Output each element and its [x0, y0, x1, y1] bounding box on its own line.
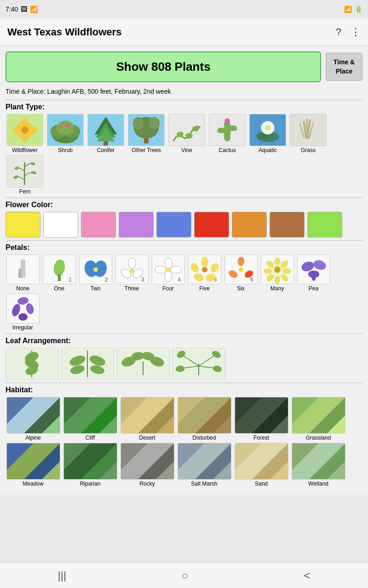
svg-point-38 [265, 125, 270, 130]
habitat-item-riparian[interactable]: Riparian [63, 443, 118, 487]
habitat-img [235, 443, 288, 480]
petal-label: Four [162, 285, 174, 292]
leaf-item-opposite[interactable] [61, 348, 114, 380]
habitat-item-saltmarsh[interactable]: Salt Marsh [177, 443, 232, 487]
color-swatch-yellow[interactable] [6, 212, 40, 237]
svg-point-73 [155, 266, 166, 273]
habitat-item-disturbed[interactable]: Disturbed [177, 397, 232, 441]
color-swatch-red[interactable] [194, 212, 229, 237]
plant-type-img [290, 114, 327, 146]
habitat-img [6, 397, 60, 434]
color-grid [6, 212, 362, 237]
habitat-item-meadow[interactable]: Meadow [6, 443, 61, 487]
status-icons: 📶 🔋 [344, 6, 362, 13]
color-swatch-purple[interactable] [119, 212, 154, 237]
petal-item-one[interactable]: 1 One [42, 254, 76, 292]
home-button[interactable]: ○ [168, 565, 202, 586]
plant-type-othertrees[interactable]: Other Trees [127, 114, 166, 153]
color-swatch-pink[interactable] [81, 212, 116, 237]
svg-rect-107 [312, 275, 316, 281]
time-place-button[interactable]: Time & Place [326, 53, 362, 81]
color-swatch-brown[interactable] [270, 212, 305, 237]
svg-point-13 [66, 124, 69, 127]
petal-item-two[interactable]: 2 Two [78, 254, 113, 292]
habitat-label: Riparian [80, 481, 101, 487]
plant-type-grass[interactable]: Grass [289, 114, 328, 153]
habitat-item-alpine[interactable]: Alpine [6, 397, 61, 441]
plant-type-label: Plant Type: [6, 103, 362, 111]
habitat-img [235, 397, 288, 434]
petal-item-irregular[interactable]: Irregular [6, 294, 40, 331]
more-button[interactable]: ⋮ [351, 26, 361, 38]
recents-button[interactable]: ||| [44, 565, 80, 586]
svg-rect-19 [104, 141, 108, 146]
habitat-label: Desert [139, 435, 155, 441]
svg-point-94 [275, 257, 280, 266]
svg-point-102 [274, 266, 281, 273]
habitat-item-sand[interactable]: Sand [234, 443, 289, 487]
habitat-item-desert[interactable]: Desert [120, 397, 175, 441]
plant-type-img [128, 114, 165, 146]
petal-img: 2 [79, 254, 112, 284]
color-swatch-blue[interactable] [156, 212, 191, 237]
petal-item-three[interactable]: 3 Three [115, 254, 149, 292]
plant-type-wildflower[interactable]: Wildflower [6, 114, 44, 153]
plant-type-cactus[interactable]: Cactus [208, 114, 247, 153]
petal-img: 5 [188, 254, 221, 284]
back-button[interactable]: < [290, 565, 324, 586]
svg-point-64 [128, 258, 136, 269]
svg-rect-52 [18, 269, 21, 278]
color-swatch-white[interactable] [43, 212, 78, 237]
habitat-img [6, 443, 60, 480]
leaf-item-compound[interactable] [117, 348, 170, 380]
plant-type-aquatic[interactable]: Aquatic [248, 114, 287, 153]
petal-item-six[interactable]: 6 Six [224, 254, 258, 292]
petal-label: Three [125, 285, 139, 292]
svg-point-67 [130, 269, 134, 273]
petal-item-none[interactable]: None [6, 254, 40, 292]
plant-type-fern[interactable]: Fern [6, 155, 44, 195]
habitat-item-wetland[interactable]: Wetland [291, 443, 346, 487]
leaf-grid [6, 348, 362, 380]
habitat-item-cliff[interactable]: Cliff [63, 397, 118, 441]
plant-type-conifer[interactable]: Conifer [86, 114, 125, 153]
habitat-img [178, 443, 231, 480]
help-button[interactable]: ? [336, 26, 341, 38]
leaf-item-palmate[interactable] [172, 348, 225, 380]
plant-type-shrub[interactable]: Shrub [46, 114, 85, 153]
plant-type-label: Shrub [58, 147, 73, 153]
petal-item-five[interactable]: 5 Five [187, 254, 222, 292]
svg-text:1: 1 [69, 277, 72, 283]
plant-type-img [87, 114, 124, 146]
plant-type-vine[interactable]: Vine [167, 114, 206, 153]
petal-img [6, 294, 40, 323]
main-content: Show 808 Plants Time & Place Time & Plac… [0, 46, 368, 495]
color-swatch-orange[interactable] [232, 212, 267, 237]
plant-type-img [209, 114, 246, 146]
svg-point-6 [21, 126, 29, 134]
petal-label: Pea [309, 285, 318, 292]
petal-label: Six [237, 285, 245, 292]
habitat-label: Habitat: [6, 386, 362, 394]
petal-item-four[interactable]: 4 Four [151, 254, 185, 292]
svg-point-82 [202, 267, 207, 272]
habitat-item-rocky[interactable]: Rocky [120, 443, 175, 487]
habitat-label: Sand [255, 481, 268, 487]
petal-item-many[interactable]: Many [260, 254, 294, 292]
habitat-item-grassland[interactable]: Grassland [291, 397, 346, 441]
habitat-label: Cliff [86, 435, 95, 441]
petals-grid: None 1 One 2 Two 3 Three 4 Four 5 F [6, 254, 362, 331]
battery-icon: 🔋 [355, 6, 362, 13]
show-plants-button[interactable]: Show 808 Plants [6, 51, 321, 82]
status-bar: 7:40 🖼 📶 📶 🔋 [0, 0, 368, 18]
color-swatch-green[interactable] [307, 212, 342, 237]
plant-type-img [168, 114, 205, 146]
habitat-item-forest[interactable]: Forest [234, 397, 289, 441]
flower-color-section: Flower Color: [6, 201, 362, 237]
leaf-item-alternate[interactable] [6, 348, 58, 380]
habitat-label: Wetland [308, 481, 328, 487]
flower-color-label: Flower Color: [6, 201, 362, 209]
status-time: 7:40 🖼 📶 [6, 6, 38, 13]
petal-item-pea[interactable]: Pea [296, 254, 331, 292]
habitat-img [63, 397, 117, 434]
